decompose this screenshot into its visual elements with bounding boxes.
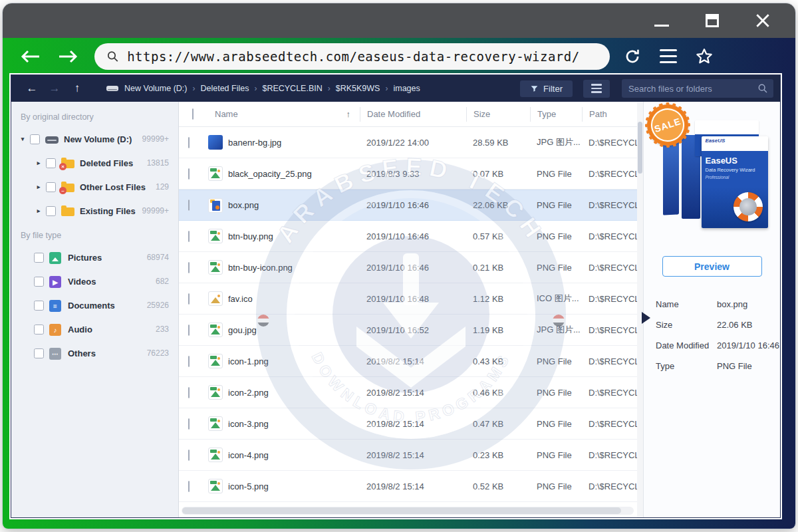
- back-button[interactable]: [17, 43, 44, 70]
- file-icon: [208, 323, 223, 337]
- browser-menu-button[interactable]: [655, 43, 682, 70]
- bookmark-button[interactable]: [691, 43, 718, 70]
- file-path: D:\$RECYCLE.E: [582, 356, 643, 366]
- table-row-icon-1-png[interactable]: icon-1.png2019/8/2 15:140.43 KBPNG FileD…: [179, 346, 643, 377]
- preview-button[interactable]: Preview: [662, 256, 762, 277]
- checkbox[interactable]: [34, 277, 44, 287]
- expand-toggle[interactable]: ▸: [34, 184, 43, 190]
- column-name[interactable]: Name ↑: [208, 107, 360, 122]
- vertical-scrollbar-thumb[interactable]: [638, 122, 642, 174]
- expand-toggle[interactable]: ▸: [34, 207, 43, 214]
- table-row-icon-2-png[interactable]: icon-2.png2019/8/2 15:140.46 KBPNG FileD…: [179, 377, 643, 408]
- row-checkbox[interactable]: [188, 356, 190, 367]
- forward-button[interactable]: [55, 43, 81, 70]
- row-checkbox[interactable]: [188, 231, 190, 242]
- sidebar-item-documents[interactable]: ≡Documents25926: [11, 293, 178, 317]
- file-icon: [208, 198, 223, 213]
- file-size: 0.46 KB: [466, 388, 530, 398]
- file-icon: [208, 229, 223, 243]
- item-count: 76223: [147, 348, 178, 358]
- sidebar-item-existing-files[interactable]: ▸Existing Files99999+: [11, 199, 178, 223]
- checkbox[interactable]: [46, 158, 56, 168]
- app-back-button[interactable]: ←: [23, 82, 41, 95]
- row-checkbox[interactable]: [188, 325, 190, 336]
- vertical-scrollbar[interactable]: [637, 102, 643, 517]
- breadcrumb-item-recycle-bin[interactable]: $RECYCLE.BIN: [262, 84, 322, 93]
- url-bar[interactable]: [94, 43, 610, 70]
- table-row-black-opacity-25-png[interactable]: black_opacity_25.png2019/8/3 9:330.07 KB…: [179, 158, 643, 190]
- sidebar-item-audio[interactable]: ♪Audio233: [11, 317, 178, 341]
- refresh-button[interactable]: [619, 43, 646, 70]
- table-row-banenr-bg-jpg[interactable]: banenr-bg.jpg2019/1/22 14:0028.59 KBJPG …: [179, 127, 643, 158]
- search-box[interactable]: [622, 79, 773, 98]
- table-row-icon-3-png[interactable]: icon-3.png2019/8/2 15:140.47 KBPNG FileD…: [179, 408, 643, 440]
- row-checkbox[interactable]: [188, 418, 190, 430]
- checkbox[interactable]: [30, 134, 40, 144]
- sidebar-item-new-volume-d[interactable]: ▾New Volume (D:)99999+: [11, 127, 178, 151]
- file-name: btn-buy-icon.png: [228, 263, 360, 273]
- panel-collapse-arrow[interactable]: [642, 312, 650, 324]
- table-row-btn-buy-png[interactable]: btn-buy.png2019/1/10 16:460.57 KBPNG Fil…: [179, 221, 643, 252]
- column-path[interactable]: Path: [582, 107, 643, 122]
- expand-toggle[interactable]: ▾: [18, 136, 27, 142]
- checkbox[interactable]: [34, 253, 44, 263]
- app-forward-button[interactable]: →: [46, 82, 63, 95]
- maximize-button[interactable]: [702, 11, 722, 31]
- column-type[interactable]: Type: [530, 107, 582, 122]
- table-row-icon-4-png[interactable]: icon-4.png2019/8/2 15:140.23 KBPNG FileD…: [179, 440, 643, 471]
- sidebar-item-others[interactable]: ⋯Others76223: [11, 341, 178, 365]
- breadcrumb-item-new-volume-d[interactable]: New Volume (D:): [124, 84, 187, 93]
- file-type: PNG File: [530, 200, 582, 210]
- row-checkbox[interactable]: [188, 137, 190, 148]
- breadcrumb-item-deleted-files[interactable]: Deleted Files: [200, 84, 249, 93]
- breadcrumb-separator: ›: [192, 84, 195, 93]
- checkbox[interactable]: [34, 348, 44, 358]
- table-row-icon-5-png[interactable]: icon-5.png2019/8/2 15:140.52 KBPNG FileD…: [179, 471, 643, 502]
- filter-button[interactable]: Filter: [520, 80, 573, 97]
- horizontal-scrollbar-thumb[interactable]: [182, 507, 621, 514]
- easeus-app-window: ← → ↑ New Volume (D:)›Deleted Files›$REC…: [11, 74, 781, 518]
- table-row-gou-jpg[interactable]: gou.jpg2019/1/10 16:521.19 KBJPG 图片...D:…: [179, 315, 643, 346]
- detail-field-size: Size22.06 KB: [656, 320, 780, 330]
- file-date: 2019/8/2 15:14: [360, 450, 466, 460]
- select-all-checkbox[interactable]: [192, 108, 194, 120]
- url-input[interactable]: [127, 49, 598, 64]
- sort-ascending-icon[interactable]: ↑: [346, 107, 351, 122]
- breadcrumb-item-rk5k9ws[interactable]: $RK5K9WS: [336, 84, 380, 93]
- row-checkbox[interactable]: [188, 200, 190, 211]
- sidebar-item-pictures[interactable]: Pictures68974: [11, 245, 178, 269]
- table-row-btn-buy-icon-png[interactable]: btn-buy-icon.png2019/1/10 16:460.21 KBPN…: [179, 252, 643, 283]
- search-input[interactable]: [628, 84, 757, 94]
- sidebar-item-label: Pictures: [68, 253, 102, 263]
- checkbox[interactable]: [34, 301, 44, 311]
- column-size[interactable]: Size: [466, 107, 530, 122]
- videos-icon: ▶: [49, 276, 63, 287]
- row-checkbox[interactable]: [188, 262, 190, 273]
- file-type: PNG File: [530, 450, 582, 460]
- horizontal-scrollbar[interactable]: [182, 507, 634, 515]
- minimize-button[interactable]: [652, 11, 672, 31]
- sidebar-item-deleted-files[interactable]: ▸×Deleted Files13815: [11, 151, 178, 175]
- checkbox[interactable]: [34, 325, 44, 334]
- close-button[interactable]: [753, 11, 773, 31]
- table-row-fav-ico[interactable]: fav.ico2019/1/10 16:481.12 KBICO 图片...D:…: [179, 283, 643, 315]
- checkbox[interactable]: [46, 206, 56, 216]
- view-menu-button[interactable]: [583, 80, 610, 98]
- table-row-box-png[interactable]: box.png2019/1/10 16:4622.06 KBPNG FileD:…: [179, 190, 643, 221]
- row-checkbox[interactable]: [188, 481, 190, 492]
- row-checkbox[interactable]: [188, 450, 190, 461]
- sidebar-item-other-lost-files[interactable]: ▸–Other Lost Files129: [11, 175, 178, 199]
- app-up-button[interactable]: ↑: [68, 82, 86, 95]
- row-checkbox[interactable]: [188, 168, 190, 180]
- row-checkbox[interactable]: [188, 387, 190, 398]
- app-main: By original directory ▾New Volume (D:)99…: [11, 102, 780, 517]
- column-date-modified[interactable]: Date Modified: [360, 107, 466, 122]
- row-checkbox[interactable]: [188, 293, 190, 305]
- file-name: black_opacity_25.png: [228, 169, 360, 179]
- breadcrumb-item-images[interactable]: images: [393, 84, 420, 93]
- sidebar-item-videos[interactable]: ▶Videos682: [11, 269, 178, 293]
- file-name: icon-5.png: [228, 481, 360, 491]
- expand-toggle[interactable]: ▸: [34, 160, 43, 166]
- checkbox[interactable]: [46, 182, 56, 192]
- item-count: 682: [156, 277, 178, 286]
